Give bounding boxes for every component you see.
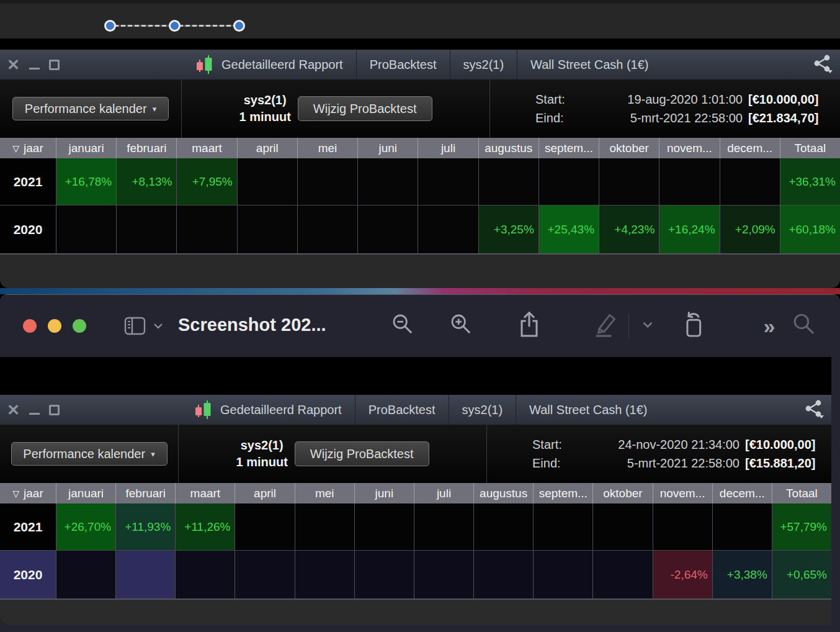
chevron-down-icon: ▾ bbox=[153, 104, 157, 114]
zoom-in-button[interactable] bbox=[450, 314, 473, 338]
minimize-icon[interactable] bbox=[29, 413, 40, 415]
column-header-septem[interactable]: septem... bbox=[538, 138, 599, 158]
column-header-februari[interactable]: februari bbox=[116, 138, 176, 158]
column-header-decem[interactable]: decem... bbox=[712, 483, 772, 503]
close-traffic-light[interactable] bbox=[23, 319, 37, 333]
window1-toolbar: Performance kalender ▾ sys2(1) 1 minuut … bbox=[0, 79, 840, 138]
close-icon[interactable]: ✕ bbox=[7, 402, 20, 418]
start-date: 24-nov-2020 21:34:00 bbox=[573, 435, 739, 454]
more-toolbar-items-button[interactable]: » bbox=[764, 314, 775, 338]
column-header-oktober[interactable]: oktober bbox=[592, 483, 652, 503]
timeline-dot[interactable] bbox=[169, 20, 181, 32]
column-label: januari bbox=[68, 487, 104, 500]
sidebar-toggle[interactable] bbox=[124, 317, 164, 335]
tab-gedetailleerd-rapport[interactable]: Gedetailleerd Rapport bbox=[181, 50, 357, 79]
table-row-2021: 2021+26,70%+11,93%+11,26%+57,79% bbox=[0, 503, 831, 550]
share-button[interactable] bbox=[517, 311, 542, 341]
column-header-oktober[interactable]: oktober bbox=[599, 138, 659, 158]
month-cell bbox=[533, 503, 592, 550]
maximize-icon[interactable] bbox=[49, 60, 60, 70]
tab-wall-street-cash[interactable]: Wall Street Cash (1€) bbox=[516, 395, 660, 425]
minimize-icon[interactable] bbox=[29, 68, 40, 70]
column-header-april[interactable]: april bbox=[237, 138, 297, 158]
column-header-juni[interactable]: juni bbox=[357, 138, 418, 158]
column-header-januari[interactable]: januari bbox=[56, 138, 116, 158]
column-header-april[interactable]: april bbox=[235, 483, 294, 503]
column-header-totaal[interactable]: Totaal bbox=[772, 483, 831, 503]
markup-button[interactable] bbox=[592, 311, 618, 341]
column-header-maart[interactable]: maart bbox=[176, 138, 236, 158]
column-header-septem[interactable]: septem... bbox=[533, 483, 592, 503]
column-label: Totaal bbox=[786, 487, 818, 500]
rotate-button[interactable] bbox=[679, 311, 707, 341]
zoom-out-button[interactable] bbox=[392, 314, 414, 338]
tab-label: ProBacktest bbox=[369, 403, 436, 417]
share-button[interactable] bbox=[813, 53, 840, 76]
column-label: juli bbox=[437, 487, 451, 500]
maximize-icon[interactable] bbox=[49, 405, 60, 415]
column-header-jaar[interactable]: ▽jaar bbox=[0, 483, 56, 503]
share-button[interactable] bbox=[804, 399, 831, 421]
timeline bbox=[104, 20, 244, 32]
column-header-mei[interactable]: mei bbox=[297, 138, 357, 158]
column-header-novem[interactable]: novem... bbox=[659, 138, 719, 158]
timeline-dot[interactable] bbox=[233, 20, 245, 32]
column-header-mei[interactable]: mei bbox=[295, 483, 354, 503]
column-label: oktober bbox=[603, 487, 642, 500]
column-header-augustus[interactable]: augustus bbox=[478, 138, 538, 158]
timeline-dash bbox=[114, 25, 170, 27]
month-cell bbox=[237, 158, 297, 205]
tab-label: Gedetailleerd Rapport bbox=[220, 403, 342, 417]
month-cell bbox=[354, 503, 414, 550]
tab-sys2[interactable]: sys2(1) bbox=[449, 395, 517, 425]
view-dropdown[interactable]: Performance kalender ▾ bbox=[11, 442, 168, 466]
close-icon[interactable]: ✕ bbox=[7, 57, 20, 73]
markup-pencil-icon bbox=[592, 311, 618, 338]
month-cell: +16,78% bbox=[56, 158, 116, 205]
candlestick-icon bbox=[193, 399, 214, 420]
column-header-januari[interactable]: januari bbox=[56, 483, 115, 503]
share-icon bbox=[804, 399, 824, 418]
view-dropdown[interactable]: Performance kalender ▾ bbox=[12, 97, 169, 120]
start-label: Start: bbox=[532, 435, 573, 454]
month-cell: +3,25% bbox=[478, 205, 538, 253]
column-header-juni[interactable]: juni bbox=[354, 483, 414, 503]
edit-probacktest-button[interactable]: Wijzig ProBacktest bbox=[298, 96, 432, 121]
column-label: mei bbox=[318, 142, 337, 155]
edit-probacktest-button[interactable]: Wijzig ProBacktest bbox=[295, 441, 429, 466]
tab-sys2[interactable]: sys2(1) bbox=[450, 50, 518, 79]
column-header-juli[interactable]: juli bbox=[414, 483, 473, 503]
column-header-decem[interactable]: decem... bbox=[720, 138, 780, 158]
tab-gedetailleerd-rapport[interactable]: Gedetailleerd Rapport bbox=[180, 395, 355, 425]
month-cell bbox=[354, 551, 414, 598]
tab-probacktest[interactable]: ProBacktest bbox=[355, 395, 449, 425]
markup-options-button[interactable] bbox=[641, 320, 655, 332]
column-header-jaar[interactable]: ▽jaar bbox=[0, 138, 56, 158]
column-label: augustus bbox=[485, 142, 532, 155]
column-header-februari[interactable]: februari bbox=[115, 483, 175, 503]
performance-calendar-table-2: ▽jaarjanuarifebruarimaartaprilmeijunijul… bbox=[0, 483, 831, 600]
column-label: septem... bbox=[539, 487, 588, 500]
column-label: augustus bbox=[480, 487, 527, 500]
table-header-row: ▽jaarjanuarifebruarimaartaprilmeijunijul… bbox=[0, 483, 831, 503]
column-label: april bbox=[254, 487, 276, 500]
search-button[interactable] bbox=[793, 313, 816, 339]
window1-titlebar: ✕ Gedetailleerd Rapport ProBacktest bbox=[0, 50, 840, 79]
system-info: sys2(1) 1 minuut bbox=[236, 437, 287, 471]
column-header-totaal[interactable]: Totaal bbox=[780, 138, 840, 158]
column-header-novem[interactable]: novem... bbox=[653, 483, 712, 503]
system-info: sys2(1) 1 minuut bbox=[239, 92, 290, 125]
column-header-augustus[interactable]: augustus bbox=[473, 483, 533, 503]
zoom-traffic-light[interactable] bbox=[73, 319, 86, 333]
month-cell bbox=[538, 158, 599, 205]
column-header-maart[interactable]: maart bbox=[175, 483, 235, 503]
tab-probacktest[interactable]: ProBacktest bbox=[357, 50, 450, 79]
month-cell bbox=[357, 205, 418, 253]
minimize-traffic-light[interactable] bbox=[48, 319, 61, 333]
month-cell: +16,24% bbox=[659, 205, 719, 253]
timeline-dot[interactable] bbox=[104, 20, 116, 32]
window-controls: ✕ bbox=[0, 402, 180, 418]
month-cell bbox=[295, 503, 354, 550]
column-header-juli[interactable]: juli bbox=[418, 138, 478, 158]
tab-wall-street-cash[interactable]: Wall Street Cash (1€) bbox=[517, 50, 661, 79]
